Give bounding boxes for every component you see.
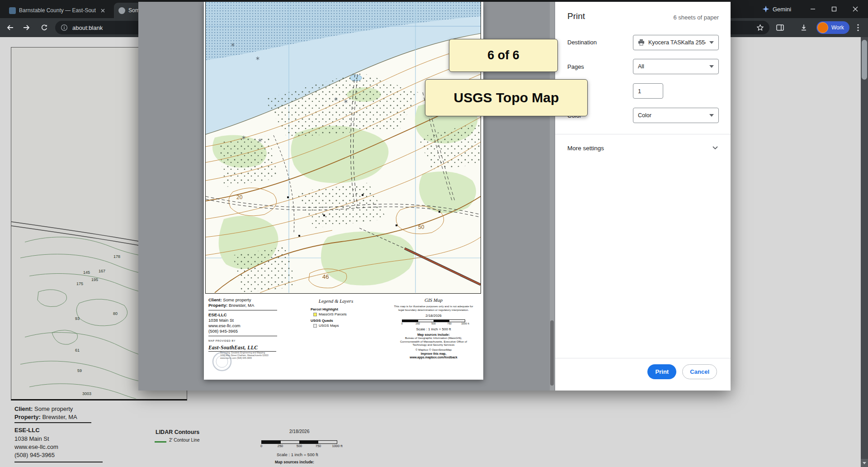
sheet-footer: Client: Some property Property: Brewster… <box>204 294 483 380</box>
scroll-down-button[interactable] <box>861 459 868 467</box>
preview-scrollbar-thumb[interactable] <box>550 320 554 386</box>
contour-value-label: 20 <box>236 194 243 200</box>
reload-button[interactable] <box>38 21 51 34</box>
avatar <box>817 22 828 33</box>
browser-window: Barnstable County — East-Sout Some prope… <box>0 0 868 467</box>
pages-label: Pages <box>567 63 584 70</box>
topo-map-graphic: 20 46 50 <box>206 2 481 293</box>
menu-dots-icon <box>857 24 859 31</box>
tab-title: Barnstable County — East-Sout <box>19 7 96 14</box>
color-select[interactable]: Color <box>633 108 719 123</box>
window-scrollbar-thumb[interactable] <box>862 40 867 80</box>
info-icon[interactable] <box>61 24 68 31</box>
reload-icon <box>41 24 48 31</box>
more-settings-button[interactable]: More settings <box>555 134 731 162</box>
map-date: 2/18/2026 <box>388 314 479 318</box>
sheets-count: 6 sheets of paper <box>674 14 719 21</box>
map-scalebar: 02505007501000 ft <box>402 319 465 326</box>
printer-icon <box>638 39 645 46</box>
dropdown-arrow-icon <box>709 114 714 117</box>
back-button[interactable] <box>4 21 16 34</box>
contour-value-label: 46 <box>322 273 329 280</box>
print-button[interactable]: Print <box>647 364 676 379</box>
panel-footer-divider <box>555 358 731 358</box>
map-title-callout: USGS Topo Map <box>425 79 588 116</box>
copies-input[interactable] <box>633 83 663 99</box>
footer-provided-by: MAP PROVIDED BY <box>208 338 285 343</box>
gemini-button[interactable]: Gemini <box>762 0 791 18</box>
minimize-button[interactable] <box>806 2 820 16</box>
surveyor-stamp-icon <box>211 351 233 372</box>
profile-name: Work <box>828 24 849 31</box>
print-settings-panel: Print 6 sheets of paper Destination Kyoc… <box>555 2 731 391</box>
chevron-down-icon <box>712 146 718 150</box>
pages-select[interactable]: All <box>633 59 719 74</box>
downloads-button[interactable] <box>797 21 810 34</box>
map-type-title: GIS Map <box>388 297 479 303</box>
footer-website: www.ese-llc.com <box>208 323 285 329</box>
dropdown-arrow-icon <box>709 65 714 68</box>
side-panel-button[interactable] <box>774 21 786 34</box>
cancel-button[interactable]: Cancel <box>682 364 717 379</box>
print-preview-sheet: 20 46 50 Client: Some property Property:… <box>204 2 483 380</box>
window-controls <box>802 0 866 18</box>
parcel-swatch <box>313 313 317 316</box>
footer-legend-block: Legend & Layers Parcel Highlight MassGIS… <box>304 298 368 328</box>
destination-select[interactable]: Kyocera TASKalfa 2554c <box>633 35 719 50</box>
gemini-label: Gemini <box>773 6 791 13</box>
maximize-button[interactable] <box>827 2 841 16</box>
browser-menu-button[interactable] <box>852 21 864 34</box>
favicon-barnstable-icon <box>9 7 16 14</box>
window-scrollbar[interactable] <box>861 37 868 467</box>
print-dialog-title: Print <box>567 11 585 21</box>
usgs-swatch <box>313 324 317 328</box>
usgs-topo-map: 20 46 50 <box>205 2 481 294</box>
footer-phone: (508) 945-3965 <box>208 329 285 334</box>
forward-icon <box>23 24 30 31</box>
tab-close-icon[interactable] <box>99 7 107 14</box>
profile-chip[interactable]: Work <box>816 21 849 34</box>
page-indicator-callout: 6 of 6 <box>449 39 558 72</box>
legend-title: Legend & Layers <box>304 298 368 304</box>
footer-address: 1038 Main St <box>208 318 285 323</box>
destination-label: Destination <box>567 39 597 46</box>
footer-company: ESE-LLC <box>208 312 285 318</box>
gemini-sparkle-icon <box>762 5 769 13</box>
footer-client-block: Client: Some property Property: Brewster… <box>208 297 285 360</box>
bookmark-star-icon[interactable] <box>756 24 764 31</box>
dropdown-arrow-icon <box>709 41 714 44</box>
tab-barnstable[interactable]: Barnstable County — East-Sout <box>5 3 109 18</box>
side-panel-icon <box>776 24 784 31</box>
favicon-globe-icon <box>118 7 125 14</box>
forward-button[interactable] <box>20 21 33 34</box>
scale-text: Scale : 1 inch = 500 ft <box>388 327 479 331</box>
close-window-button[interactable] <box>849 2 862 16</box>
download-icon <box>800 24 807 31</box>
back-icon <box>6 24 14 31</box>
scroll-down-arrow-icon <box>863 462 866 464</box>
print-dialog: 20 46 50 Client: Some property Property:… <box>138 2 731 391</box>
contour-value-label: 50 <box>418 224 425 230</box>
footer-mapinfo-block: GIS Map This map is for illustrative pur… <box>388 297 479 359</box>
panel-buttons: Print Cancel <box>647 364 717 379</box>
